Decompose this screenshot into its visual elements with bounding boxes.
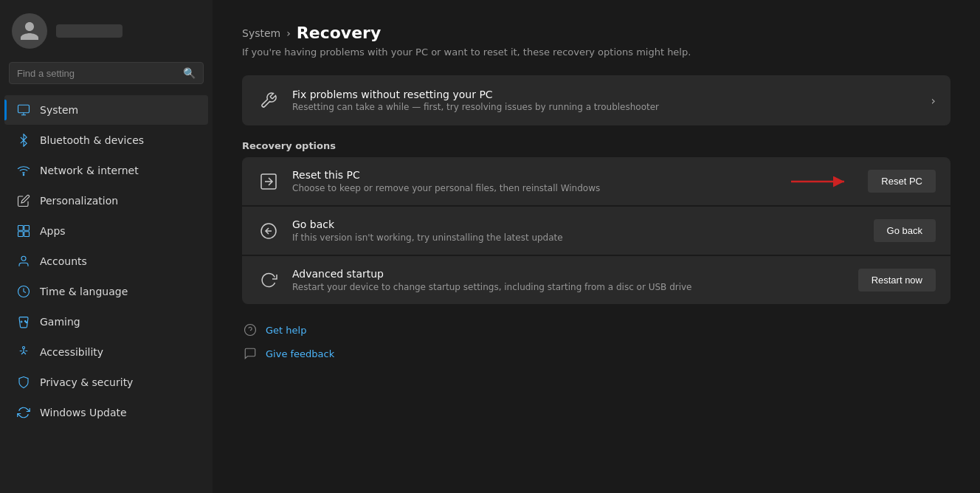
chevron-right-icon: › [931,94,936,108]
fix-problems-text: Fix problems without resetting your PC R… [292,89,919,112]
sidebar-item-winupdate-label: Windows Update [40,407,127,418]
accessibility-icon [16,345,31,359]
sidebar-item-accounts[interactable]: Accounts [4,246,208,276]
reset-title: Reset this PC [292,169,779,181]
sidebar-nav: SystemBluetooth & devicesNetwork & inter… [0,92,213,493]
sidebar-item-time[interactable]: Time & language [4,277,208,306]
svg-point-12 [25,321,27,323]
breadcrumb-parent[interactable]: System [242,27,280,39]
reset-desc: Choose to keep or remove your personal f… [292,183,779,193]
svg-point-20 [245,325,256,336]
recovery-option-advanced: Advanced startupRestart your device to c… [242,256,950,304]
svg-rect-4 [18,226,24,231]
system-icon [16,103,31,117]
network-icon [16,163,31,178]
links-section: Get helpGive feedback [242,322,950,362]
sidebar-item-privacy[interactable]: Privacy & security [4,368,208,397]
sidebar-item-personalization[interactable]: Personalization [4,186,208,216]
sidebar-item-apps-label: Apps [40,225,66,237]
apps-icon [16,224,31,238]
sidebar-item-network-label: Network & internet [40,165,139,176]
search-input[interactable] [17,68,177,79]
sidebar-item-accounts-label: Accounts [40,255,87,267]
sidebar-item-gaming-label: Gaming [40,316,80,328]
winupdate-icon [16,405,31,420]
sidebar: 🔍 SystemBluetooth & devicesNetwork & int… [0,0,213,493]
goback-icon [257,219,280,243]
reset-button[interactable]: Reset PC [868,170,936,193]
recovery-options-list: Reset this PCChoose to keep or remove yo… [242,157,950,304]
recovery-option-reset: Reset this PCChoose to keep or remove yo… [242,157,950,205]
svg-point-14 [23,347,25,349]
help-label[interactable]: Get help [266,325,306,336]
profile-name [56,24,122,38]
sidebar-item-gaming[interactable]: Gaming [4,307,208,337]
svg-rect-5 [24,226,30,231]
svg-rect-7 [24,232,30,237]
svg-point-8 [21,256,26,261]
feedback-icon [242,345,258,362]
reset-text: Reset this PCChoose to keep or remove yo… [292,169,779,193]
accounts-icon [16,254,31,269]
sidebar-item-personalization-label: Personalization [40,195,118,207]
gaming-icon [16,314,31,329]
sidebar-item-apps[interactable]: Apps [4,216,208,246]
profile-section [0,0,213,59]
main-content: System › Recovery If you're having probl… [213,0,980,493]
search-icon: 🔍 [183,67,196,79]
sidebar-item-bluetooth-label: Bluetooth & devices [40,134,144,146]
breadcrumb-current: Recovery [297,24,381,42]
svg-point-13 [26,322,27,323]
user-icon [18,20,41,42]
avatar[interactable] [12,13,47,49]
goback-title: Go back [292,218,862,230]
fix-problems-desc: Resetting can take a while — first, try … [292,102,919,112]
search-bar[interactable]: 🔍 [9,62,204,84]
reset-icon [257,170,280,193]
sidebar-item-system[interactable]: System [4,95,208,125]
svg-rect-0 [18,105,30,113]
advanced-button[interactable]: Restart now [858,269,936,292]
sidebar-item-winupdate[interactable]: Windows Update [4,398,208,427]
link-help[interactable]: Get help [242,322,950,338]
time-icon [16,284,31,299]
sidebar-item-accessibility[interactable]: Accessibility [4,337,208,367]
fix-problems-title: Fix problems without resetting your PC [292,89,919,100]
breadcrumb-separator: › [286,27,291,39]
advanced-desc: Restart your device to change startup se… [292,282,846,292]
sidebar-item-privacy-label: Privacy & security [40,376,133,388]
sidebar-item-system-label: System [40,104,78,116]
wrench-icon [257,89,280,112]
svg-rect-6 [18,232,24,237]
red-arrow-annotation [791,174,850,189]
sidebar-item-network[interactable]: Network & internet [4,156,208,185]
goback-desc: If this version isn't working, try unins… [292,232,862,243]
advanced-icon [257,269,280,292]
advanced-title: Advanced startup [292,268,846,280]
goback-button[interactable]: Go back [874,219,936,242]
breadcrumb: System › Recovery [242,24,950,42]
sidebar-item-accessibility-label: Accessibility [40,346,103,358]
help-icon [242,322,258,338]
privacy-icon [16,375,31,390]
sidebar-item-bluetooth[interactable]: Bluetooth & devices [4,125,208,155]
goback-text: Go backIf this version isn't working, tr… [292,218,862,243]
bluetooth-icon [16,133,31,148]
advanced-text: Advanced startupRestart your device to c… [292,268,846,292]
fix-problems-card[interactable]: Fix problems without resetting your PC R… [242,75,950,125]
recovery-options-label: Recovery options [242,140,950,151]
feedback-label[interactable]: Give feedback [266,348,334,359]
sidebar-item-time-label: Time & language [40,286,128,297]
recovery-option-goback: Go backIf this version isn't working, tr… [242,207,950,255]
link-feedback[interactable]: Give feedback [242,345,950,362]
svg-point-3 [23,174,24,176]
personalization-icon [16,193,31,208]
page-subtitle: If you're having problems with your PC o… [242,46,950,58]
